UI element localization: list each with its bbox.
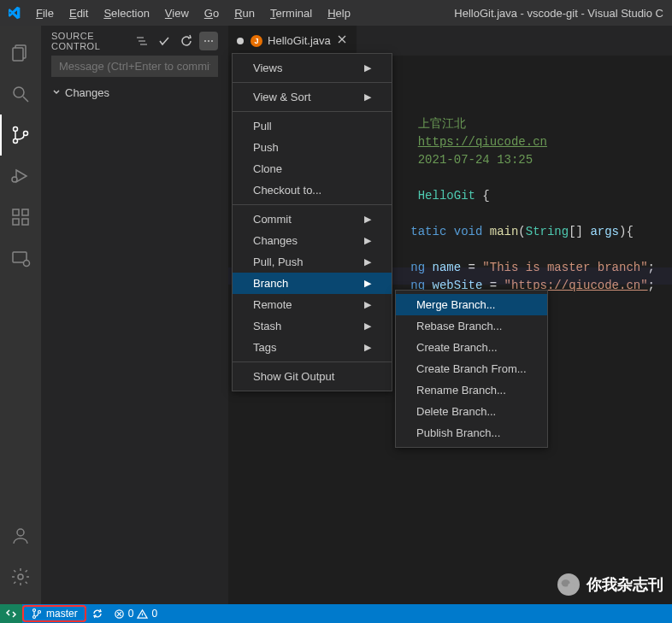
menu-pull-push[interactable]: Pull, Push▶ (233, 251, 392, 273)
menu-go[interactable]: Go (197, 3, 226, 23)
svg-point-29 (38, 611, 41, 614)
menu-branch[interactable]: Branch▶ (233, 273, 392, 294)
svg-point-8 (12, 177, 17, 182)
changes-label: Changes (65, 86, 109, 99)
activity-bar (0, 26, 41, 604)
svg-point-28 (33, 616, 36, 619)
menu-help[interactable]: Help (321, 3, 357, 23)
refresh-icon[interactable] (177, 32, 196, 50)
menu-terminal[interactable]: Terminal (263, 3, 319, 23)
vscode-logo-icon (7, 6, 21, 20)
menu-tags[interactable]: Tags▶ (233, 337, 392, 358)
menu-separator (233, 204, 392, 205)
tab-filename: HelloGit.java (268, 34, 331, 47)
menu-remote[interactable]: Remote▶ (233, 294, 392, 315)
status-sync[interactable] (86, 604, 109, 623)
remote-indicator[interactable] (0, 604, 22, 623)
activity-extensions[interactable] (0, 197, 41, 238)
menu-separator (233, 82, 392, 83)
activity-explorer[interactable] (0, 32, 41, 73)
menu-merge-branch[interactable]: Merge Branch... (396, 294, 547, 315)
menu-changes[interactable]: Changes▶ (233, 230, 392, 251)
svg-rect-10 (13, 219, 19, 225)
menu-views[interactable]: Views▶ (233, 57, 392, 79)
svg-point-6 (24, 132, 28, 136)
menu-file[interactable]: File (29, 3, 61, 23)
svg-rect-12 (22, 209, 28, 215)
svg-rect-9 (13, 209, 19, 215)
commit-message-input[interactable] (51, 56, 218, 77)
menu-checkout[interactable]: Checkout to... (233, 179, 392, 201)
svg-rect-1 (13, 48, 23, 61)
activity-debug[interactable] (0, 156, 41, 197)
svg-point-2 (14, 87, 24, 97)
menu-create-branch-from[interactable]: Create Branch From... (396, 358, 547, 379)
titlebar: File Edit Selection View Go Run Terminal… (0, 0, 672, 26)
svg-point-16 (18, 574, 23, 579)
menu-separator (233, 361, 392, 362)
menu-separator (233, 111, 392, 112)
menu-clone[interactable]: Clone (233, 158, 392, 179)
svg-point-20 (204, 40, 206, 42)
status-bar: master 0 0 (0, 604, 672, 623)
menu-show-git-output[interactable]: Show Git Output (233, 366, 392, 387)
svg-point-15 (17, 529, 24, 536)
wechat-icon (557, 573, 580, 596)
menu-view-sort[interactable]: View & Sort▶ (233, 86, 392, 108)
menu-stash[interactable]: Stash▶ (233, 315, 392, 337)
svg-point-26 (568, 583, 575, 589)
activity-account[interactable] (0, 515, 41, 556)
menu-pull[interactable]: Pull (233, 115, 392, 137)
chevron-down-icon (51, 86, 62, 99)
menubar: File Edit Selection View Go Run Terminal… (29, 3, 357, 23)
menu-run[interactable]: Run (227, 3, 262, 23)
svg-point-5 (14, 139, 18, 144)
changes-section[interactable]: Changes (41, 84, 228, 102)
wechat-badge: 你我杂志刊 (557, 573, 663, 596)
branch-submenu: Merge Branch... Rebase Branch... Create … (395, 290, 548, 448)
menu-selection[interactable]: Selection (97, 3, 156, 23)
svg-point-4 (14, 127, 18, 132)
activity-source-control[interactable] (0, 115, 41, 156)
tab-hellogit[interactable]: J HelloGit.java (228, 26, 357, 56)
menu-create-branch[interactable]: Create Branch... (396, 337, 547, 358)
java-file-icon: J (251, 35, 262, 47)
activity-remote[interactable] (0, 238, 41, 279)
status-problems[interactable]: 0 0 (109, 604, 162, 623)
view-tree-icon[interactable] (133, 32, 151, 50)
menu-edit[interactable]: Edit (62, 3, 95, 23)
menu-delete-branch[interactable]: Delete Branch... (396, 401, 547, 422)
svg-point-22 (211, 40, 213, 42)
more-actions-icon[interactable] (199, 32, 218, 50)
menu-publish-branch[interactable]: Publish Branch... (396, 422, 547, 444)
sidebar-title: SOURCE CONTROL (51, 31, 133, 51)
svg-point-27 (33, 609, 36, 612)
svg-point-21 (208, 40, 209, 42)
status-branch[interactable]: master (22, 605, 86, 622)
menu-rename-branch[interactable]: Rename Branch... (396, 379, 547, 401)
menu-rebase-branch[interactable]: Rebase Branch... (396, 315, 547, 337)
svg-rect-11 (22, 219, 28, 225)
activity-search[interactable] (0, 73, 41, 115)
wechat-text: 你我杂志刊 (587, 574, 663, 595)
svg-point-14 (24, 261, 30, 267)
commit-icon[interactable] (155, 32, 174, 50)
sidebar: SOURCE CONTROL Changes (41, 26, 228, 604)
window-title: HelloGit.java - vscode-git - Visual Stud… (357, 7, 672, 20)
close-icon[interactable] (336, 33, 348, 48)
svg-marker-7 (16, 170, 27, 182)
activity-settings[interactable] (0, 556, 41, 597)
menu-commit[interactable]: Commit▶ (233, 209, 392, 230)
scm-context-menu: Views▶ View & Sort▶ Pull Push Clone Chec… (232, 53, 392, 391)
menu-view[interactable]: View (158, 3, 196, 23)
tab-bar: J HelloGit.java (228, 26, 672, 56)
svg-line-3 (23, 97, 28, 102)
menu-push[interactable]: Push (233, 137, 392, 158)
modified-indicator-icon (237, 38, 244, 44)
